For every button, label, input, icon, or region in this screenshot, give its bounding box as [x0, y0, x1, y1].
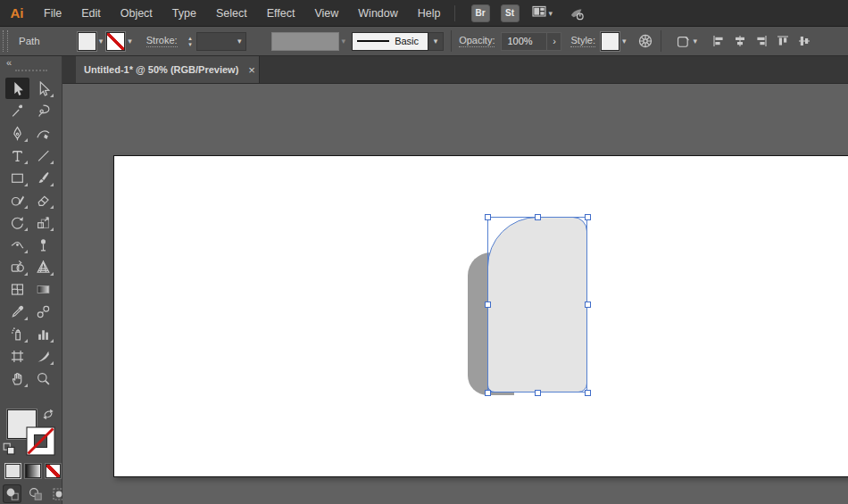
pasteboard[interactable] — [62, 84, 848, 504]
chevron-down-icon[interactable]: ▾ — [694, 37, 698, 45]
zoom-tool[interactable] — [31, 368, 55, 389]
gpu-performance-icon[interactable] — [569, 5, 585, 21]
paint-mode-buttons — [5, 464, 61, 478]
collapse-panel-icon[interactable]: « — [6, 57, 12, 68]
close-icon[interactable]: × — [248, 64, 255, 76]
menu-help[interactable]: Help — [408, 0, 451, 27]
shaper-tool[interactable] — [5, 189, 29, 211]
hand-tool[interactable] — [5, 368, 29, 389]
recolor-artwork-icon[interactable] — [637, 33, 653, 49]
stroke-weight-stepper[interactable]: ▴ ▾ — [185, 32, 196, 51]
stepper-down-icon[interactable]: ▾ — [185, 41, 196, 47]
draw-normal-icon[interactable] — [4, 485, 21, 502]
puppet-warp-tool[interactable] — [31, 234, 55, 255]
selection-handle[interactable] — [585, 302, 591, 308]
chevron-down-icon[interactable]: ▾ — [99, 37, 104, 45]
chevron-down-icon[interactable]: ▾ — [128, 37, 132, 45]
menu-window[interactable]: Window — [348, 0, 407, 27]
document-tab-bar: Untitled-1* @ 50% (RGB/Preview) × — [62, 56, 848, 84]
gradient-mode-button[interactable] — [25, 464, 40, 478]
selection-handle[interactable] — [485, 302, 491, 308]
menu-file[interactable]: File — [34, 0, 71, 27]
eraser-tool[interactable] — [31, 189, 55, 211]
menu-type[interactable]: Type — [162, 0, 206, 27]
scale-tool[interactable] — [31, 211, 55, 233]
menu-object[interactable]: Object — [111, 0, 162, 27]
paintbrush-tool[interactable] — [31, 167, 55, 188]
mesh-tool[interactable] — [5, 278, 29, 300]
workspace-switcher[interactable]: ▾ — [532, 4, 553, 22]
workspace-layout-icon — [532, 4, 546, 22]
selection-handle[interactable] — [585, 390, 591, 396]
selection-handle[interactable] — [535, 214, 541, 220]
menubar-divider — [454, 5, 455, 21]
column-graph-tool[interactable] — [31, 323, 55, 344]
chevron-down-icon[interactable]: ▾ — [622, 37, 627, 45]
stroke-proxy-swatch[interactable] — [26, 426, 55, 456]
selection-handle[interactable] — [535, 390, 541, 396]
brush-dropdown-chevron[interactable]: ▾ — [428, 32, 444, 51]
none-mode-button[interactable] — [46, 464, 61, 478]
fill-color-swatch[interactable] — [78, 32, 96, 51]
selection-handle[interactable] — [485, 390, 491, 396]
rotate-tool[interactable] — [5, 211, 29, 233]
opacity-panel-link[interactable]: Opacity: — [459, 35, 495, 47]
draw-behind-icon[interactable] — [27, 485, 44, 502]
lasso-tool[interactable] — [31, 100, 55, 121]
shape-builder-tool[interactable] — [5, 256, 29, 277]
stepper-up-icon[interactable]: ▴ — [185, 35, 196, 41]
slice-tool[interactable] — [31, 345, 55, 367]
fill-stroke-indicator — [0, 408, 62, 465]
selection-type-label: Path — [19, 36, 40, 46]
brush-definition-dropdown[interactable]: Basic — [352, 32, 428, 51]
stock-button[interactable]: St — [501, 4, 520, 22]
align-left-icon[interactable] — [711, 34, 726, 48]
stroke-weight-dropdown[interactable]: ▾ — [196, 32, 246, 51]
color-mode-button[interactable] — [5, 464, 21, 478]
opacity-input[interactable]: 100% › — [501, 32, 561, 51]
curvature-tool[interactable] — [31, 122, 55, 144]
perspective-grid-tool[interactable] — [31, 256, 55, 277]
style-panel-link[interactable]: Style: — [570, 35, 595, 47]
eyedropper-tool[interactable] — [5, 301, 29, 322]
symbol-sprayer-tool[interactable] — [5, 323, 29, 344]
menu-select[interactable]: Select — [206, 0, 257, 27]
selection-tool[interactable] — [5, 78, 29, 99]
align-horizontal-center-icon[interactable] — [733, 34, 747, 48]
align-top-icon[interactable] — [776, 34, 790, 48]
chevron-down-icon: ▾ — [237, 37, 242, 45]
direct-selection-tool[interactable] — [31, 78, 55, 99]
blend-tool[interactable] — [31, 301, 55, 322]
menu-view[interactable]: View — [304, 0, 348, 27]
graphic-style-swatch[interactable] — [601, 32, 619, 51]
line-segment-tool[interactable] — [31, 145, 55, 166]
type-tool[interactable] — [5, 145, 29, 166]
default-fill-stroke-icon[interactable] — [3, 442, 15, 459]
shape-options-icon[interactable] — [676, 34, 691, 49]
gradient-tool[interactable] — [31, 278, 55, 300]
panel-grip[interactable] — [15, 70, 47, 71]
variable-width-dropdown — [271, 32, 339, 51]
main-menu: FileEditObjectTypeSelectEffectViewWindow… — [34, 0, 451, 27]
bridge-button[interactable]: Br — [471, 4, 490, 22]
panel-grip[interactable] — [3, 30, 8, 52]
selection-bounding-box[interactable] — [487, 217, 587, 392]
stroke-color-swatch[interactable] — [106, 32, 125, 51]
align-vertical-center-icon[interactable] — [797, 34, 811, 48]
app-logo-icon[interactable]: Ai — [0, 0, 34, 27]
selection-handle[interactable] — [585, 214, 591, 220]
align-right-icon[interactable] — [754, 34, 769, 48]
pen-tool[interactable] — [5, 122, 29, 144]
magic-wand-tool[interactable] — [5, 100, 29, 121]
selection-handle[interactable] — [485, 214, 491, 220]
rectangle-tool[interactable] — [5, 167, 29, 188]
artboard-tool[interactable] — [5, 345, 29, 367]
swap-fill-stroke-icon[interactable] — [42, 408, 55, 425]
menu-edit[interactable]: Edit — [71, 0, 111, 27]
opacity-slider-arrow[interactable]: › — [546, 33, 561, 50]
menu-effect[interactable]: Effect — [257, 0, 305, 27]
opacity-value[interactable]: 100% — [502, 36, 546, 46]
document-tab[interactable]: Untitled-1* @ 50% (RGB/Preview) × — [76, 56, 260, 83]
stroke-panel-link[interactable]: Stroke: — [146, 35, 178, 47]
width-tool[interactable] — [5, 234, 29, 255]
